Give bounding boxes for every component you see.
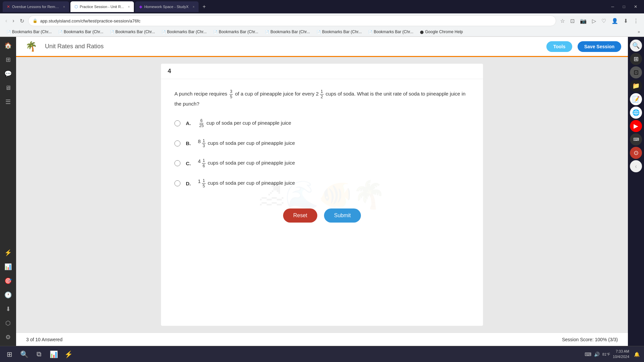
bookmark-8[interactable]: 📄 Bookmarks Bar (Chr...: [366, 29, 416, 35]
youtube-button[interactable]: ▶: [630, 120, 642, 132]
clock-date: 10/4/2024: [613, 354, 629, 359]
bookmark-icon-7: 📄: [317, 30, 321, 34]
sidebar-chat-button[interactable]: 💬: [2, 68, 14, 80]
bookmarks-bar: 📄 Bookmarks Bar (Chr... 📄 Bookmarks Bar …: [0, 28, 644, 37]
frac1-numerator: 3: [229, 89, 233, 94]
radio-b[interactable]: [174, 140, 180, 146]
address-bar[interactable]: 🔒 app.studyisland.com/cfw/test/practice-…: [28, 15, 556, 26]
bookmark-3[interactable]: 📄 Bookmarks Bar (Chr...: [107, 29, 158, 35]
opt-b-mixed: 8 1 3: [198, 138, 206, 148]
task-view-button[interactable]: ⧉: [32, 348, 46, 361]
radio-c[interactable]: [174, 160, 180, 166]
tab-close-homework[interactable]: ×: [193, 5, 195, 9]
bookmark-2[interactable]: 📄 Bookmarks Bar (Chr...: [56, 29, 106, 35]
chrome-sidebar-button[interactable]: 🌐: [630, 107, 642, 119]
tab-overdue[interactable]: ✕ Overdue Lessons for Remo... ×: [3, 1, 69, 12]
button-row: Reset Submit: [174, 198, 470, 233]
bookmark-star-button[interactable]: ☆: [559, 16, 566, 25]
bookmark-icon-4: 📄: [162, 30, 166, 34]
download-button[interactable]: ⬇: [622, 16, 629, 25]
browser-nav: ‹ › ↻ 🔒 app.studyisland.com/cfw/test/pra…: [0, 13, 644, 28]
menu-button[interactable]: ⋮: [632, 16, 640, 25]
bookmark-label-4: Bookmarks Bar (Chr...: [167, 29, 207, 34]
bookmark-6[interactable]: 📄 Bookmarks Bar (Chr...: [262, 29, 313, 35]
bookmark-icon-3: 📄: [110, 30, 114, 34]
opt-d-den: 5: [202, 184, 206, 188]
taskbar-search-button[interactable]: 🔍: [17, 348, 31, 361]
collapse-sidebar-button[interactable]: ‹: [630, 160, 642, 172]
keyboard-button[interactable]: ⌨: [630, 133, 642, 145]
back-button[interactable]: ‹: [4, 16, 8, 25]
tab-homework[interactable]: ◆ Homework Space - StudyX ×: [135, 1, 199, 12]
bookmark-5[interactable]: 📄 Bookmarks Bar (Chr...: [211, 29, 261, 35]
windows-search-button[interactable]: 🔍: [630, 40, 642, 52]
taskbar-app-1[interactable]: 📊: [47, 348, 60, 361]
sidebar-settings-button[interactable]: ⚙: [2, 331, 14, 343]
bookmark-icon-1: 📄: [7, 30, 11, 34]
sidebar-target-button[interactable]: 🎯: [2, 275, 14, 287]
tab-label-overdue: Overdue Lessons for Remo...: [12, 5, 59, 9]
opera-button[interactable]: ⊙: [630, 147, 642, 159]
radio-a[interactable]: [174, 120, 180, 126]
sidebar-chart-button[interactable]: 📊: [2, 261, 14, 273]
sidebar-lightning-button[interactable]: ⚡: [2, 247, 14, 259]
submit-button[interactable]: Submit: [324, 208, 361, 223]
frac2-numerator: 1: [320, 89, 324, 94]
sidebar-download-button[interactable]: ⬇: [2, 303, 14, 315]
sidebar-monitor-button[interactable]: 🖥: [2, 82, 14, 94]
question-number: 4: [161, 64, 483, 79]
si-header: 🌴 Unit Rates and Ratios Tools Save Sessi…: [16, 37, 628, 57]
screen-capture-sidebar-button[interactable]: ⊡: [630, 66, 642, 78]
notification-button[interactable]: 🔔: [632, 350, 641, 359]
save-session-button[interactable]: Save Session: [578, 41, 621, 52]
close-button[interactable]: ✕: [630, 3, 641, 10]
si-logo: 🌴: [23, 39, 40, 54]
windows-button[interactable]: ⊞: [630, 53, 642, 65]
sidebar-cube-button[interactable]: ⬡: [2, 317, 14, 329]
start-button[interactable]: ⊞: [3, 348, 16, 361]
tab-close-overdue[interactable]: ×: [63, 5, 65, 9]
forward-button[interactable]: ›: [11, 16, 15, 25]
score-text: Session Score: 100% (3/3): [562, 337, 618, 342]
camera-button[interactable]: 📷: [579, 16, 588, 25]
sidebar-clock-button[interactable]: 🕐: [2, 289, 14, 301]
bookmark-label-8: Bookmarks Bar (Chr...: [374, 29, 413, 34]
right-sidebar: 🔍 ⊞ ⊡ 📁 📝 🌐 ▶ ⌨ ⊙ ‹: [628, 37, 644, 346]
bookmark-icon-2: 📄: [58, 30, 62, 34]
reset-button[interactable]: Reset: [283, 208, 317, 223]
profile-button[interactable]: 👤: [610, 16, 620, 25]
cast-button[interactable]: ▷: [591, 16, 597, 25]
bookmark-7[interactable]: 📄 Bookmarks Bar (Chr...: [314, 29, 364, 35]
si-sidebar: 🏠 ⊞ 💬 🖥 ☰ ⚡ 📊 🎯 🕐 ⬇ ⬡ ⚙: [0, 37, 16, 346]
label-a: A.: [186, 120, 193, 126]
reload-button[interactable]: ↻: [18, 16, 25, 25]
tools-button[interactable]: Tools: [546, 41, 572, 52]
browser-chrome: ‹ › ↻ 🔒 app.studyisland.com/cfw/test/pra…: [0, 13, 644, 37]
bookmark-label-1: Bookmarks Bar (Chr...: [12, 29, 52, 34]
minimize-button[interactable]: ─: [607, 3, 618, 10]
bookmark-label-5: Bookmarks Bar (Chr...: [219, 29, 258, 34]
sidebar-menu-button[interactable]: ☰: [2, 96, 14, 108]
screen-capture-button[interactable]: ⊡: [569, 16, 576, 25]
tab-practice[interactable]: ⬡ Practice Session - Unit R... ×: [70, 1, 134, 12]
radio-d[interactable]: [174, 180, 180, 186]
bookmark-1[interactable]: 📄 Bookmarks Bar (Chr...: [4, 29, 54, 35]
sidebar-grid-button[interactable]: ⊞: [2, 54, 14, 66]
maximize-button[interactable]: □: [619, 3, 629, 10]
bookmark-4[interactable]: 📄 Bookmarks Bar (Chr...: [159, 29, 209, 35]
volume-icon: 🔊: [594, 352, 600, 357]
taskbar-app-2[interactable]: ⚡: [62, 348, 75, 361]
chrome-help-bookmark[interactable]: ⬤ Google Chrome Help: [417, 29, 466, 35]
new-tab-button[interactable]: +: [200, 2, 208, 11]
bookmarks-more-button[interactable]: »: [638, 29, 640, 34]
favorites-button[interactable]: ♡: [600, 16, 607, 25]
sidebar-home-button[interactable]: 🏠: [2, 40, 14, 52]
tab-close-practice[interactable]: ×: [128, 5, 130, 9]
bookmark-icon-8: 📄: [368, 30, 372, 34]
progress-text: 3 of 10 Answered: [26, 337, 62, 342]
folder-button[interactable]: 📁: [630, 80, 642, 92]
bookmark-label-2: Bookmarks Bar (Chr...: [64, 29, 103, 34]
option-b: B. 8 1 3 cups of soda per cup of pineapp…: [174, 138, 470, 148]
notes-button[interactable]: 📝: [630, 93, 642, 105]
weather-widget: 81°F: [602, 352, 610, 356]
